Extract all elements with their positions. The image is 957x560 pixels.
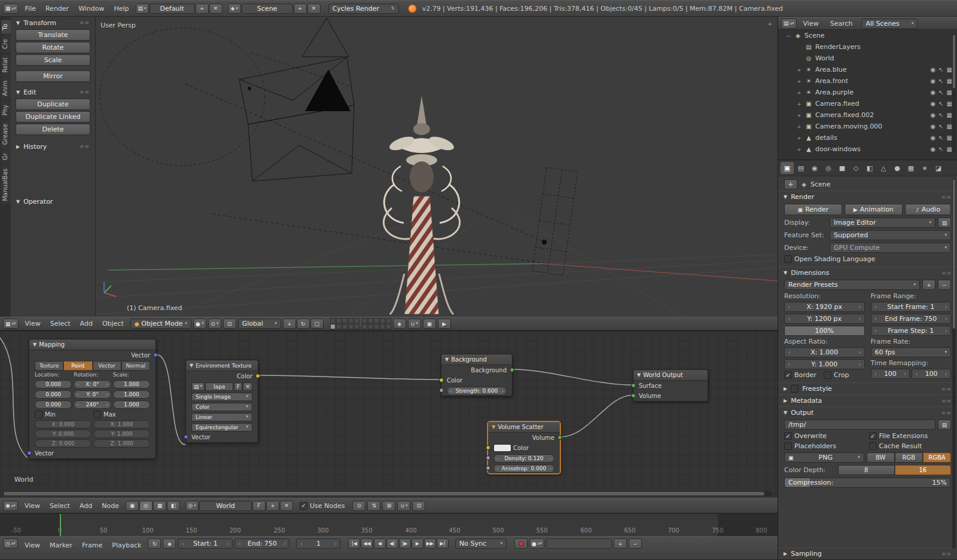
- history-panel-header[interactable]: ▶History≡≡: [11, 140, 95, 152]
- view-menu[interactable]: View: [20, 498, 45, 513]
- jump-to-next-keyframe-button[interactable]: ▶▶: [424, 538, 436, 549]
- image-name-field[interactable]: lapa: [205, 382, 233, 391]
- start-frame-field[interactable]: Start:1: [178, 538, 233, 549]
- layers-widget[interactable]: [330, 318, 391, 329]
- shelf-tab-physics[interactable]: Phy: [1, 101, 11, 119]
- selectability-cursor-icon[interactable]: ↖: [938, 100, 943, 107]
- jump-to-end-button[interactable]: ▶|: [437, 538, 449, 549]
- edit-panel-header[interactable]: ▼Edit≡≡: [11, 86, 95, 98]
- help-menu[interactable]: Help: [109, 1, 134, 16]
- window-menu[interactable]: Window: [74, 1, 109, 16]
- expand-toggle[interactable]: +: [796, 101, 802, 107]
- select-menu[interactable]: Select: [45, 317, 75, 330]
- interpolation-dropdown[interactable]: Linear▾: [191, 413, 252, 421]
- delete-keyframe-icon[interactable]: −: [629, 538, 642, 549]
- image-source-dropdown[interactable]: Single Image▾: [191, 393, 252, 401]
- renderability-camera-icon[interactable]: ▦: [947, 100, 952, 107]
- render-presets-dropdown[interactable]: Render Presets▾: [784, 280, 920, 290]
- opengl-render-anim-icon[interactable]: ▶: [438, 319, 451, 329]
- snap-magnet-icon[interactable]: ∪▾: [408, 319, 421, 329]
- osl-checkbox[interactable]: [784, 255, 792, 263]
- add-scene-button[interactable]: +: [294, 4, 307, 14]
- output-path-field[interactable]: /tmp/: [784, 420, 935, 430]
- render-audio-button[interactable]: ♪Audio: [905, 204, 951, 215]
- use-nodes-checkbox[interactable]: ✓: [300, 502, 307, 510]
- lock-time-cursor-icon[interactable]: ◈: [163, 538, 176, 549]
- duplicate-button[interactable]: Duplicate: [16, 99, 90, 110]
- delete-button[interactable]: Delete: [16, 124, 90, 135]
- feature-set-dropdown[interactable]: Supported▾: [830, 230, 951, 240]
- editor-type-button[interactable]: ◉▴▾: [3, 501, 18, 511]
- scene-tab[interactable]: ◉: [808, 162, 821, 174]
- scale-manipulator-icon[interactable]: □: [310, 319, 324, 329]
- auto-keyframe-record-button[interactable]: [514, 538, 528, 549]
- view-menu[interactable]: View: [20, 538, 45, 552]
- node-volume-scatter[interactable]: ▼Volume Scatter Volume Color Density: 0.…: [487, 421, 560, 474]
- editor-type-button[interactable]: ▩▴▾: [3, 4, 19, 14]
- selectability-cursor-icon[interactable]: ↖: [938, 112, 943, 118]
- location-field[interactable]: 0.000: [35, 390, 72, 399]
- visibility-eye-icon[interactable]: ◉: [930, 123, 935, 130]
- object-tab[interactable]: ■: [836, 162, 849, 174]
- node-header[interactable]: ▼Environment Texture: [186, 360, 258, 371]
- shelf-tab-create[interactable]: Cre: [1, 35, 11, 53]
- mapping-type-point[interactable]: Point: [63, 361, 92, 371]
- output-panel-header[interactable]: ▼Output≡≡: [778, 406, 957, 418]
- resolution-y-field[interactable]: Y: 1200 px: [784, 314, 865, 324]
- world-browse-icon[interactable]: ◎▾: [185, 501, 199, 511]
- scale-field[interactable]: 1.000: [113, 390, 150, 399]
- world-datablock-field[interactable]: World: [199, 501, 252, 511]
- modifiers-tab[interactable]: ◧: [863, 162, 876, 174]
- background-output-socket[interactable]: [510, 368, 514, 372]
- dimensions-panel-header[interactable]: ▼Dimensions≡≡: [778, 267, 957, 279]
- device-dropdown[interactable]: GPU Compute▾: [830, 243, 951, 253]
- render-panel-header[interactable]: ▼Render≡≡: [778, 191, 957, 203]
- operator-panel-header[interactable]: ▼Operator: [11, 195, 95, 207]
- freestyle-panel-header[interactable]: ▶Freestyle≡≡: [778, 382, 957, 394]
- add-layout-button[interactable]: +: [196, 4, 209, 14]
- outliner-row[interactable]: + ▣ Camera.moving.000 ◉ ↖ ▦: [778, 121, 957, 132]
- scale-button[interactable]: Scale: [16, 54, 90, 66]
- visibility-eye-icon[interactable]: ◉: [930, 89, 935, 96]
- panel-grip-icon[interactable]: ≡≡: [941, 270, 952, 276]
- translate-manipulator-icon[interactable]: +: [283, 319, 296, 329]
- outliner-scrollbar[interactable]: [952, 33, 956, 153]
- playback-menu[interactable]: Playback: [107, 538, 146, 552]
- 3d-viewport[interactable]: User Persp (1) Camera.fixed +: [96, 17, 778, 317]
- outliner-row[interactable]: + ☀ Area.blue ◉ ↖ ▦: [778, 64, 957, 75]
- jump-to-prev-keyframe-button[interactable]: ◀◀: [361, 538, 373, 549]
- anisotropy-input-socket[interactable]: [486, 466, 490, 470]
- crop-checkbox[interactable]: [824, 371, 831, 379]
- scale-field[interactable]: 1.000: [113, 400, 150, 409]
- visibility-eye-icon[interactable]: ◉: [930, 78, 935, 84]
- add-preset-button[interactable]: +: [922, 280, 935, 290]
- outliner-row[interactable]: ▤ RenderLayers ◉ ↖ ▦: [778, 41, 957, 53]
- opengl-render-icon[interactable]: ▣: [423, 319, 436, 329]
- active-keying-set-field[interactable]: [546, 538, 612, 549]
- surface-input-socket[interactable]: [631, 383, 636, 388]
- hidden-sockets-icon[interactable]: ⊞: [382, 501, 395, 511]
- min-checkbox[interactable]: [35, 411, 42, 418]
- outliner-row[interactable]: + ☀ Area.purple ◉ ↖ ▦: [778, 87, 957, 98]
- max-value-field[interactable]: Z: 1.000: [93, 439, 150, 448]
- color-input-socket[interactable]: [439, 378, 444, 382]
- rotation-field[interactable]: X: 0°: [74, 380, 111, 388]
- fake-user-button[interactable]: F: [234, 382, 242, 391]
- node-mapping[interactable]: ▼Mapping Vector TexturePointVectorNormal…: [29, 339, 156, 459]
- expand-toggle[interactable]: +: [796, 67, 802, 73]
- transform-panel-header[interactable]: ▼Transform≡≡: [11, 17, 95, 29]
- render-border-icon[interactable]: ⊡: [412, 501, 425, 511]
- editor-type-button[interactable]: ◷▴▾: [3, 538, 18, 549]
- render-menu[interactable]: Render: [41, 1, 74, 16]
- overwrite-checkbox[interactable]: ✓: [784, 432, 792, 440]
- image-browse-icon[interactable]: ▤▾: [191, 382, 205, 391]
- shelf-tab-manualbas[interactable]: ManualBas: [1, 165, 11, 205]
- rotate-button[interactable]: Rotate: [16, 42, 90, 53]
- remove-preset-button[interactable]: −: [938, 280, 951, 290]
- file-browse-folder-icon[interactable]: ▤: [938, 420, 951, 430]
- visibility-eye-icon[interactable]: ◉: [930, 112, 935, 118]
- world-nodes-toggle-icon[interactable]: ◎: [139, 501, 153, 511]
- interaction-mode-dropdown[interactable]: ●Object Mode▾: [130, 319, 191, 329]
- end-frame-field[interactable]: End:750: [234, 538, 289, 549]
- location-field[interactable]: 0.000: [35, 400, 72, 409]
